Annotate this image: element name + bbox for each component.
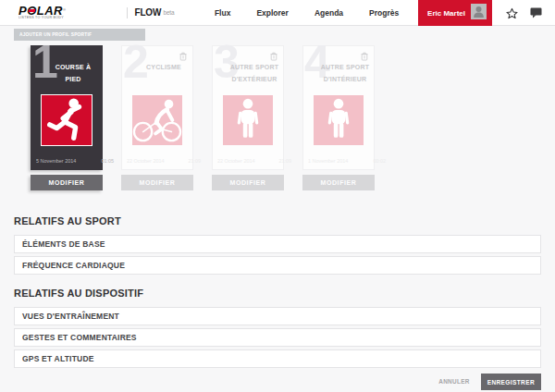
modify-button[interactable]: MODIFIER [302,175,375,190]
sport-profile-card-other-indoor[interactable]: 4 AUTRE SPORT D'INTÉRIEUR [302,45,375,170]
sport-profiles-page: AJOUTER UN PROFIL SPORTIF 1 COURSE À PIE… [0,26,555,390]
nav-item-progres[interactable]: Progrès [356,0,412,26]
card-title: AUTRE SPORT D'INTÉRIEUR [303,46,374,86]
save-button[interactable]: ENREGISTRER [481,374,541,390]
card-title: CYCLISME [122,46,192,73]
logo-separator [127,7,128,18]
section-title: RELATIFS AU DISPOSITIF [14,288,541,299]
sport-profile-cards: 1 COURSE À PIED 5 N [31,45,541,190]
nav-item-agenda[interactable]: Agenda [302,0,356,26]
profile-column-1: 1 COURSE À PIED 5 N [31,45,103,190]
card-date: 22 October 2014 [217,158,255,164]
nav-item-explorer[interactable]: Explorer [243,0,302,26]
card-date: 5 November 2014 [36,158,76,164]
card-meta: 5 November 2014 01:05 [36,157,97,165]
polar-pulse-icon [28,9,35,12]
person-icon [314,95,364,145]
polar-logo[interactable]: POLAR® LISTENS TO YOUR BODY [18,5,118,20]
footer-actions: ANNULER ENREGISTRER [14,374,541,390]
flow-text: FLOW [134,7,161,18]
card-meta: 22 October 2014 21:09 [217,157,278,165]
user-name: Eric Martel [427,9,465,18]
modify-button[interactable]: MODIFIER [121,175,193,190]
section-title: RELATIFS AU SPORT [14,215,541,227]
card-date: 22 October 2014 [127,158,165,164]
sport-profile-card-other-outdoor[interactable]: 3 AUTRE SPORT D'EXTÉRIEUR [212,45,284,170]
nav-item-flux[interactable]: Flux [202,0,243,26]
favorites-star-icon[interactable] [502,4,521,22]
profile-column-3: 3 AUTRE SPORT D'EXTÉRIEUR [212,45,284,190]
accordion-row-elements-de-base[interactable]: ÉLÉMENTS DE BASE [14,235,541,253]
card-meta: 1 November 2014 00:02 [308,157,369,165]
sport-profile-card-running[interactable]: 1 COURSE À PIED 5 N [31,45,103,170]
profile-column-4: 4 AUTRE SPORT D'INTÉRIEUR [302,45,375,190]
card-time: 21:09 [278,158,291,164]
card-title: COURSE À PIED [31,46,102,86]
card-time: 21:09 [188,158,201,164]
accordion-row-gestes-commentaires[interactable]: GESTES ET COMMENTAIRES [14,328,541,347]
card-time: 01:05 [101,158,114,164]
avatar [471,4,487,23]
polar-tagline: LISTENS TO YOUR BODY [18,16,64,18]
profile-column-2: 2 CYCLISME [121,45,193,190]
person-icon [223,95,273,145]
accordion-row-frequence-cardiaque[interactable]: FRÉQUENCE CARDIAQUE [14,256,541,275]
section-sport: RELATIFS AU SPORT ÉLÉMENTS DE BASE FRÉQU… [14,215,541,275]
beta-label: beta [164,10,175,17]
add-sport-profile-button[interactable]: AJOUTER UN PROFIL SPORTIF [14,29,145,41]
header: POLAR® LISTENS TO YOUR BODY FLOWbeta Flu… [0,0,555,26]
feedback-chat-icon[interactable] [526,4,545,22]
accordion-row-vues-entrainement[interactable]: VUES D'ENTRAÎNEMENT [14,307,541,325]
flow-logo[interactable]: FLOWbeta [134,7,175,18]
registered-mark: ® [63,7,66,12]
accordion-row-gps-altitude[interactable]: GPS ET ALTITUDE [14,349,541,368]
cyclist-icon [132,95,182,145]
section-dispositif: RELATIFS AU DISPOSITIF VUES D'ENTRAÎNEME… [14,288,541,368]
runner-icon [42,95,92,145]
sport-profile-card-cycling[interactable]: 2 CYCLISME [121,45,193,170]
modify-button[interactable]: MODIFIER [212,175,284,190]
user-menu-button[interactable]: Eric Martel [418,0,492,26]
main-nav: Flux Explorer Agenda Progrès [202,0,412,26]
modify-button[interactable]: MODIFIER [31,175,103,190]
card-date: 1 November 2014 [308,158,348,164]
header-right: Eric Martel [418,0,548,26]
card-title: AUTRE SPORT D'EXTÉRIEUR [213,46,283,86]
cancel-button[interactable]: ANNULER [438,378,470,385]
card-time: 00:02 [373,158,386,164]
card-meta: 22 October 2014 21:09 [127,157,188,165]
